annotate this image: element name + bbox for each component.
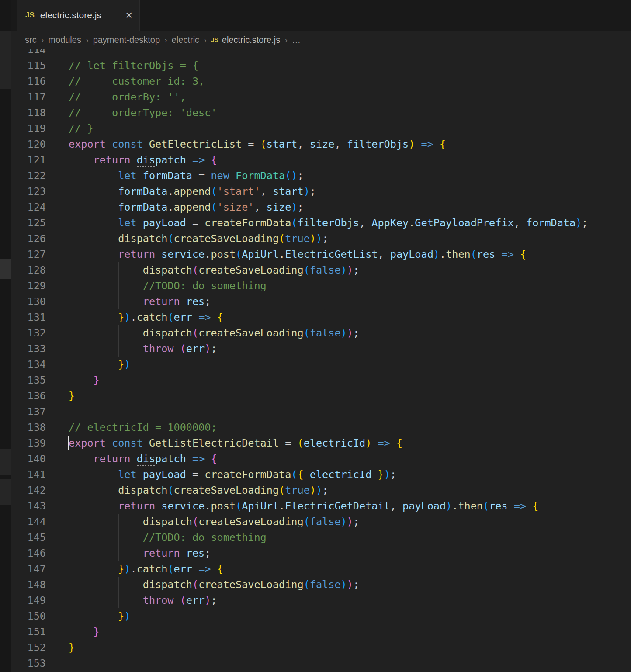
line-number[interactable]: 135 <box>11 372 46 388</box>
code-line[interactable]: 153 <box>11 655 631 671</box>
code-line[interactable]: 152} <box>11 640 631 655</box>
code-line[interactable]: 123 formData.append('start', start); <box>11 184 631 199</box>
breadcrumb-item[interactable]: electric <box>172 35 199 45</box>
code-line-content: }).catch(err => { <box>46 561 631 577</box>
code-line[interactable]: 137 <box>11 404 631 419</box>
line-number[interactable]: 129 <box>11 278 46 294</box>
line-number[interactable]: 151 <box>11 624 46 640</box>
code-line[interactable]: 132 dispatch(createSaveLoading(false)); <box>11 325 631 341</box>
line-number[interactable]: 127 <box>11 246 46 262</box>
code-line[interactable]: 122 let formData = new FormData(); <box>11 168 631 184</box>
code-line[interactable]: 146 return res; <box>11 545 631 561</box>
line-number[interactable]: 124 <box>11 199 46 215</box>
code-token: ( <box>236 500 242 512</box>
code-line[interactable]: 125 let payLoad = createFormData(filterO… <box>11 215 631 231</box>
line-number[interactable]: 142 <box>11 482 46 498</box>
line-number[interactable]: 144 <box>11 514 46 530</box>
code-line[interactable]: 141 let payLoad = createFormData({ elect… <box>11 467 631 482</box>
code-line[interactable]: 144 dispatch(createSaveLoading(false)); <box>11 514 631 530</box>
line-number[interactable]: 146 <box>11 545 46 561</box>
line-number[interactable]: 147 <box>11 561 46 577</box>
line-number[interactable]: 123 <box>11 184 46 199</box>
line-number[interactable]: 132 <box>11 325 46 341</box>
code-line[interactable]: 140 return dispatch => { <box>11 451 631 467</box>
line-number[interactable]: 133 <box>11 341 46 357</box>
indent-guide <box>94 545 94 561</box>
line-number[interactable]: 128 <box>11 262 46 278</box>
line-number[interactable]: 131 <box>11 309 46 325</box>
code-line[interactable]: 133 throw (err); <box>11 341 631 357</box>
code-line[interactable]: 134 }) <box>11 357 631 372</box>
line-number[interactable]: 121 <box>11 152 46 168</box>
breadcrumb-file[interactable]: JSelectric.store.js <box>211 35 281 45</box>
line-number[interactable]: 125 <box>11 215 46 231</box>
line-number[interactable]: 143 <box>11 498 46 514</box>
code-line[interactable]: 120export const GetElectricList = (start… <box>11 136 631 152</box>
line-number[interactable]: 117 <box>11 89 46 105</box>
line-number[interactable]: 116 <box>11 73 46 89</box>
breadcrumb-item[interactable]: payment-desktop <box>93 35 160 45</box>
tab-electric-store-js[interactable]: JS electric.store.js × <box>17 0 140 31</box>
line-number[interactable]: 119 <box>11 121 46 136</box>
code-token: err <box>174 311 192 323</box>
tab-close-icon[interactable]: × <box>125 10 132 21</box>
code-line[interactable]: 148 dispatch(createSaveLoading(false)); <box>11 577 631 592</box>
code-line[interactable]: 118// orderType: 'desc' <box>11 105 631 121</box>
code-line[interactable]: 145 //TODO: do something <box>11 530 631 545</box>
line-number[interactable]: 126 <box>11 231 46 246</box>
code-line[interactable]: 147 }).catch(err => { <box>11 561 631 577</box>
code-token: 'size' <box>217 201 254 213</box>
line-number[interactable]: 152 <box>11 640 46 655</box>
code-line[interactable]: 150 }) <box>11 608 631 624</box>
code-token: => <box>421 138 433 150</box>
code-line[interactable]: 149 throw (err); <box>11 592 631 608</box>
code-line[interactable]: 117// orderBy: '', <box>11 89 631 105</box>
line-number[interactable]: 140 <box>11 451 46 467</box>
code-line[interactable]: 124 formData.append('size', size); <box>11 199 631 215</box>
line-number[interactable]: 136 <box>11 388 46 404</box>
code-line[interactable]: 143 return service.post(ApiUrl.ElectricG… <box>11 498 631 514</box>
code-line[interactable]: 126 dispatch(createSaveLoading(true)); <box>11 231 631 246</box>
code-token: ) <box>347 264 353 276</box>
code-token: AppKey <box>371 217 409 229</box>
code-line[interactable]: 135 } <box>11 372 631 388</box>
code-line[interactable]: 130 return res; <box>11 294 631 309</box>
code-line[interactable]: 114 <box>11 49 631 58</box>
line-number[interactable]: 141 <box>11 467 46 482</box>
breadcrumb-item[interactable]: src <box>25 35 37 45</box>
line-number[interactable]: 134 <box>11 357 46 372</box>
code-line[interactable]: 142 dispatch(createSaveLoading(true)); <box>11 482 631 498</box>
line-number[interactable]: 122 <box>11 168 46 184</box>
breadcrumb-overflow[interactable]: … <box>292 35 301 45</box>
line-number[interactable]: 150 <box>11 608 46 624</box>
line-number[interactable]: 139 <box>11 435 46 451</box>
breadcrumb-item[interactable]: modules <box>48 35 81 45</box>
code-line[interactable]: 138// electricId = 1000000; <box>11 419 631 435</box>
code-line[interactable]: 139export const GetListElectricDetail = … <box>11 435 631 451</box>
code-line-content: export const GetListElectricDetail = (el… <box>46 435 631 451</box>
editor[interactable]: 114115// let filterObjs = {116// custome… <box>11 49 631 672</box>
indent-guide <box>69 545 69 561</box>
code-line[interactable]: 127 return service.post(ApiUrl.ElectricG… <box>11 246 631 262</box>
line-number[interactable]: 114 <box>11 49 46 58</box>
code-line[interactable]: 136} <box>11 388 631 404</box>
line-number[interactable]: 115 <box>11 58 46 73</box>
line-number[interactable]: 130 <box>11 294 46 309</box>
code-line[interactable]: 121 return dispatch => { <box>11 152 631 168</box>
line-number[interactable]: 138 <box>11 419 46 435</box>
line-number[interactable]: 120 <box>11 136 46 152</box>
code-line[interactable]: 119// } <box>11 121 631 136</box>
line-number[interactable]: 137 <box>11 404 46 419</box>
code-line[interactable]: 129 //TODO: do something <box>11 278 631 294</box>
code-line[interactable]: 131 }).catch(err => { <box>11 309 631 325</box>
line-number[interactable]: 153 <box>11 655 46 671</box>
code-line[interactable]: 128 dispatch(createSaveLoading(false)); <box>11 262 631 278</box>
line-number[interactable]: 145 <box>11 530 46 545</box>
code-line[interactable]: 151 } <box>11 624 631 640</box>
code-token: let <box>118 170 143 182</box>
line-number[interactable]: 118 <box>11 105 46 121</box>
code-line[interactable]: 116// customer_id: 3, <box>11 73 631 89</box>
line-number[interactable]: 149 <box>11 592 46 608</box>
code-line[interactable]: 115// let filterObjs = { <box>11 58 631 73</box>
line-number[interactable]: 148 <box>11 577 46 592</box>
